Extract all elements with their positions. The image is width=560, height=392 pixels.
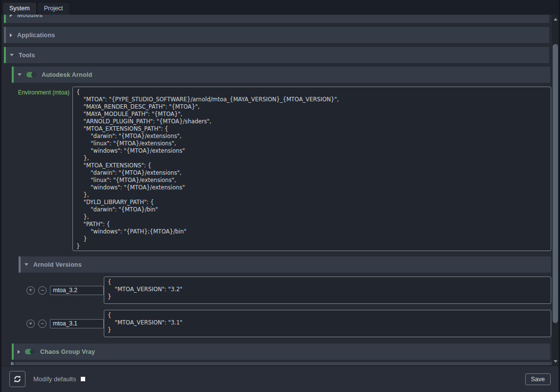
scroll-up-button[interactable]	[552, 16, 559, 23]
refresh-button[interactable]	[9, 371, 25, 387]
version-json-editor[interactable]: { "MTOA_VERSION": "3.2" }	[104, 277, 551, 304]
remove-version-button[interactable]: −	[38, 286, 47, 295]
tab-project[interactable]: Project	[37, 2, 70, 15]
tab-system[interactable]: System	[2, 2, 37, 15]
section-header-tools[interactable]: Tools	[4, 47, 549, 63]
section-header-autodesk-arnold[interactable]: Autodesk Arnold	[12, 67, 550, 83]
chevron-right-icon	[10, 33, 12, 37]
vray-enabled-toggle[interactable]	[25, 349, 35, 354]
chevron-down-icon	[10, 54, 14, 56]
vertical-scrollbar[interactable]	[552, 15, 559, 366]
add-version-button[interactable]: +	[26, 286, 35, 295]
section-title: Modules	[17, 15, 43, 19]
chevron-down-icon	[24, 263, 28, 266]
modify-defaults-label: Modify defaults	[33, 375, 76, 383]
version-row-controls: + −	[4, 277, 104, 304]
section-title: Chaos Group Vray	[40, 348, 95, 355]
version-row: + − { "MTOA_VERSION": "3.1" }	[4, 310, 551, 337]
section-title: Arnold Versions	[33, 261, 82, 268]
modify-defaults-checkbox[interactable]	[81, 377, 85, 381]
section-title: Applications	[17, 32, 55, 39]
section-title: Autodesk Arnold	[42, 71, 92, 78]
save-button[interactable]: Save	[525, 373, 551, 385]
version-row-controls: + −	[4, 310, 104, 337]
settings-scroll-area: Modules Applications Tools Autodesk Arno…	[1, 15, 559, 366]
scroll-up-icon	[554, 18, 558, 21]
environment-field-row: Environment (mtoa) { "MTOA": "{PYPE_STUD…	[4, 87, 551, 251]
refresh-icon	[13, 375, 22, 383]
remove-version-button[interactable]: −	[38, 320, 47, 328]
section-header-modules[interactable]: Modules	[4, 15, 549, 23]
vertical-scrollbar-thumb[interactable]	[553, 44, 558, 323]
add-version-button[interactable]: +	[26, 320, 35, 328]
section-header-applications[interactable]: Applications	[4, 27, 549, 43]
version-json-editor[interactable]: { "MTOA_VERSION": "3.1" }	[104, 310, 551, 337]
tab-bar: System Project	[1, 0, 559, 15]
version-row: + − { "MTOA_VERSION": "3.2" }	[4, 277, 551, 304]
environment-json-editor[interactable]: { "MTOA": "{PYPE_STUDIO_SOFTWARE}/arnold…	[72, 87, 551, 251]
chevron-right-icon	[10, 15, 12, 17]
horizontal-scrollbar[interactable]	[11, 362, 552, 365]
version-name-input[interactable]	[50, 286, 104, 295]
scroll-down-button[interactable]	[552, 358, 559, 365]
section-title: Tools	[19, 52, 35, 59]
settings-viewport: Modules Applications Tools Autodesk Arno…	[1, 15, 552, 366]
footer-bar: Modify defaults Save	[1, 366, 559, 392]
section-header-arnold-versions[interactable]: Arnold Versions	[19, 256, 551, 273]
section-header-chaos-group-vray[interactable]: Chaos Group Vray	[12, 344, 550, 360]
scroll-down-icon	[554, 360, 558, 363]
chevron-right-icon	[18, 350, 20, 354]
chevron-down-icon	[18, 73, 22, 76]
horizontal-scrollbar-thumb[interactable]	[15, 362, 552, 365]
scroll-left-button[interactable]	[11, 362, 14, 365]
settings-window: System Project Modules Applications Tool…	[0, 0, 560, 392]
arnold-enabled-toggle[interactable]	[26, 72, 37, 77]
environment-label: Environment (mtoa)	[4, 87, 72, 96]
version-name-input[interactable]	[50, 319, 104, 328]
